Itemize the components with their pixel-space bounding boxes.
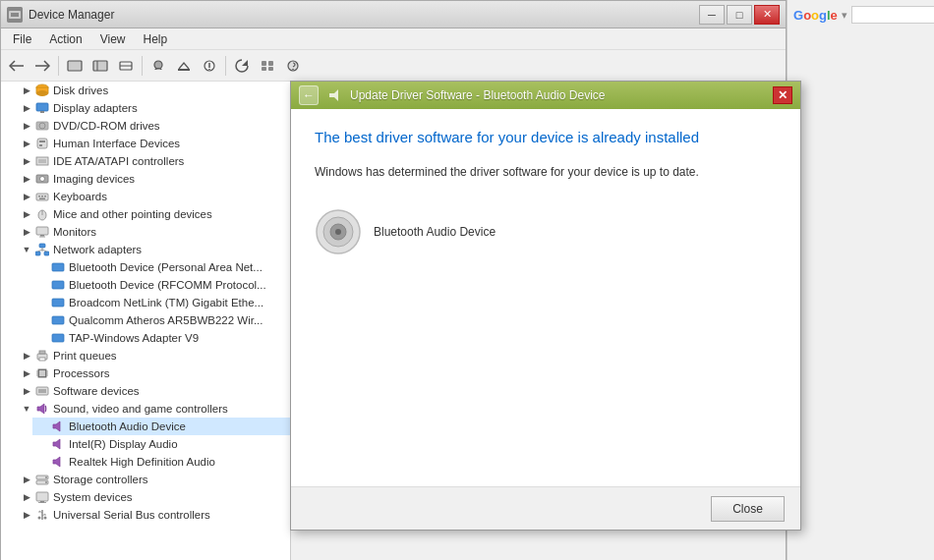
- tree-item-hid[interactable]: ▶ Human Interface Devices: [17, 135, 290, 152]
- tree-item-print[interactable]: ▶ Print queues: [17, 347, 290, 364]
- dialog-close-x-button[interactable]: ✕: [773, 86, 792, 104]
- tree-item-software[interactable]: ▶ Software devices: [17, 382, 290, 400]
- tree-item-bt-rfcomm[interactable]: ▶ Bluetooth Device (RFCOMM Protocol...: [32, 276, 290, 294]
- menu-file[interactable]: File: [5, 30, 39, 48]
- svg-line-49: [42, 250, 47, 252]
- expand-processors[interactable]: ▶: [19, 365, 34, 381]
- forward-button[interactable]: [30, 54, 54, 78]
- google-o1: o: [803, 8, 811, 23]
- tree-item-monitors[interactable]: ▶ Monitors: [17, 223, 290, 241]
- expand-keyboards[interactable]: ▶: [19, 189, 34, 204]
- google-separator: ▾: [842, 9, 847, 22]
- expand-network[interactable]: ▼: [19, 242, 34, 257]
- menu-action[interactable]: Action: [41, 30, 89, 48]
- dvd-icon: [34, 118, 50, 134]
- intel-audio-label: Intel(R) Display Audio: [69, 438, 178, 450]
- svg-line-48: [38, 250, 43, 252]
- processor-icon: [34, 365, 50, 381]
- google-search-input[interactable]: [851, 6, 934, 24]
- ide-icon: [34, 153, 50, 169]
- tree-item-keyboards[interactable]: ▶ Keyboards: [17, 188, 290, 205]
- display-label: Display adapters: [53, 102, 138, 114]
- tree-item-processors[interactable]: ▶ Processors: [17, 364, 290, 382]
- toolbar-btn-8[interactable]: [256, 54, 279, 78]
- expand-sound[interactable]: ▼: [19, 401, 34, 417]
- toolbar-btn-1[interactable]: [63, 54, 87, 78]
- tree-item-display[interactable]: ▶ Display adapters: [17, 99, 290, 117]
- sound-label: Sound, video and game controllers: [53, 403, 228, 415]
- toolbar-btn-7[interactable]: [230, 54, 254, 78]
- tree-item-tap[interactable]: ▶ TAP-Windows Adapter V9: [32, 329, 290, 347]
- tree-item-qualcomm[interactable]: ▶ Qualcomm Atheros AR5BWB222 Wir...: [32, 311, 290, 329]
- tree-item-realtek[interactable]: ▶ Realtek High Definition Audio: [32, 453, 290, 471]
- tree-item-intel-audio[interactable]: ▶ Intel(R) Display Audio: [32, 435, 290, 453]
- expand-display[interactable]: ▶: [19, 100, 34, 116]
- tree-item-broadcom[interactable]: ▶ Broadcom NetLink (TM) Gigabit Ethe...: [32, 294, 290, 311]
- app-title: Device Manager: [29, 8, 114, 22]
- toolbar-btn-9[interactable]: [281, 54, 305, 78]
- expand-print[interactable]: ▶: [19, 348, 34, 364]
- sound-icon: [34, 401, 50, 417]
- tree-item-dvd[interactable]: ▶ DVD/CD-ROM drives: [17, 117, 290, 135]
- expand-hid[interactable]: ▶: [19, 136, 34, 151]
- svg-point-33: [40, 177, 45, 182]
- svg-rect-29: [36, 157, 48, 165]
- toolbar-btn-5[interactable]: [172, 54, 196, 78]
- realtek-icon: [50, 454, 66, 470]
- system-icon: [34, 489, 50, 505]
- tree-item-network[interactable]: ▼ Network adapters: [17, 241, 290, 258]
- tree-item-imaging[interactable]: ▶ Imaging devices: [17, 170, 290, 188]
- tree-item-ide[interactable]: ▶ IDE ATA/ATAPI controllers: [17, 152, 290, 170]
- tree-item-bt-audio[interactable]: ▶ Bluetooth Audio Device: [32, 418, 290, 435]
- monitors-label: Monitors: [53, 226, 96, 238]
- expand-disk[interactable]: ▶: [19, 83, 34, 98]
- svg-rect-22: [36, 103, 48, 111]
- dvd-label: DVD/CD-ROM drives: [53, 120, 160, 132]
- svg-rect-36: [41, 196, 43, 197]
- menu-help[interactable]: Help: [136, 30, 176, 48]
- svg-rect-51: [52, 281, 64, 289]
- tree-item-system[interactable]: ▶ System devices: [17, 488, 290, 506]
- expand-system[interactable]: ▶: [19, 489, 34, 505]
- menu-view[interactable]: View: [92, 30, 134, 48]
- software-label: Software devices: [53, 385, 140, 397]
- minimize-button[interactable]: ─: [699, 5, 725, 25]
- bt-audio-label: Bluetooth Audio Device: [69, 420, 186, 432]
- tree-item-usb[interactable]: ▶ Universal Serial Bus controllers: [17, 506, 290, 524]
- expand-imaging[interactable]: ▶: [19, 171, 34, 187]
- expand-software[interactable]: ▶: [19, 383, 34, 399]
- back-button[interactable]: [5, 54, 29, 78]
- google-bar: Google ▾: [791, 4, 930, 26]
- window-close-button[interactable]: ✕: [754, 5, 780, 25]
- tree-item-disk-drives[interactable]: ▶ Disk drives: [17, 82, 290, 99]
- dialog-device-icon: [326, 87, 342, 103]
- toolbar-btn-6[interactable]: [198, 54, 221, 78]
- update-driver-dialog: ← Update Driver Software - Bluetooth Aud…: [290, 81, 801, 531]
- expand-ide[interactable]: ▶: [19, 153, 34, 169]
- expand-storage[interactable]: ▶: [19, 472, 34, 487]
- disk-icon: [34, 83, 50, 98]
- tap-label: TAP-Windows Adapter V9: [69, 332, 199, 344]
- dialog-back-button[interactable]: ←: [299, 85, 319, 105]
- dialog-close-button[interactable]: Close: [711, 496, 785, 522]
- toolbar-btn-4[interactable]: [146, 54, 170, 78]
- expand-usb[interactable]: ▶: [19, 507, 34, 523]
- toolbar-btn-3[interactable]: [114, 54, 138, 78]
- dialog-close-x-icon: ✕: [778, 88, 788, 102]
- expand-monitors[interactable]: ▶: [19, 224, 34, 240]
- toolbar-btn-2[interactable]: [88, 54, 112, 78]
- dialog-title-bar: ← Update Driver Software - Bluetooth Aud…: [291, 82, 800, 109]
- expand-mice[interactable]: ▶: [19, 206, 34, 222]
- expand-dvd[interactable]: ▶: [19, 118, 34, 134]
- maximize-button[interactable]: □: [727, 5, 752, 25]
- title-bar-left: Device Manager: [7, 7, 114, 23]
- tree-item-bt-pan[interactable]: ▶ Bluetooth Device (Personal Area Net...: [32, 258, 290, 276]
- tree-item-mice[interactable]: ▶ Mice and other pointing devices: [17, 205, 290, 223]
- menu-bar: File Action View Help: [1, 28, 786, 50]
- ide-label: IDE ATA/ATAPI controllers: [53, 155, 184, 167]
- svg-rect-56: [39, 351, 45, 354]
- system-label: System devices: [53, 491, 133, 503]
- tree-item-storage[interactable]: ▶ Storage controllers: [17, 471, 290, 488]
- tree-item-sound[interactable]: ▼ Sound, video and game controllers: [17, 400, 290, 418]
- dialog-title-text: Update Driver Software - Bluetooth Audio…: [350, 88, 605, 102]
